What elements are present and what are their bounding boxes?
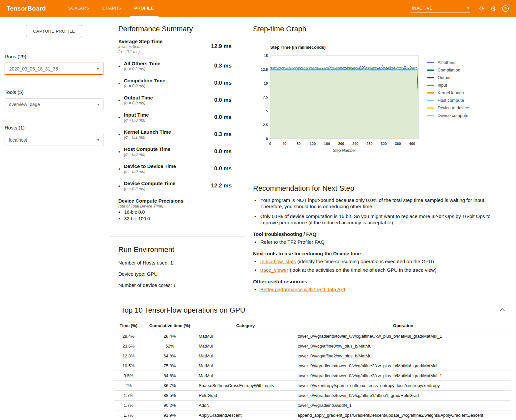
cumulative-percent-cell: 90.2% [143, 401, 196, 410]
resource-link[interactable]: Better performance with the tf.data API [260, 287, 345, 292]
bullet-icon: • [118, 115, 124, 120]
svg-text:240: 240 [352, 142, 358, 146]
legend-label: Device compute [438, 113, 468, 118]
top-ops-section: Top 10 TensorFlow operations on GPU Time… [110, 299, 516, 420]
legend-item: Device compute [427, 113, 469, 118]
perf-item-row: • Host Compute Time (σ = 0.0 ms) 0.0 ms [118, 146, 232, 157]
chevron-down-icon: ▾ [97, 138, 99, 142]
operation-cell: tower_0/v/gradients/tower_0/v/cg/affine0… [295, 331, 511, 341]
refresh-icon[interactable]: ⟳ [477, 4, 487, 14]
legend-item: Output [427, 75, 469, 80]
precision-item: • 32-bit: 100.0 [118, 215, 232, 222]
recommendation-title: Recommendation for Next Step [253, 184, 502, 193]
legend-swatch [427, 100, 434, 101]
avg-step-time-note: lower is better [118, 44, 211, 49]
recommendation-section: Recommendation for Next Step Your progra… [245, 177, 516, 295]
perf-item-row: • Kernel Launch Time (σ = 0.1 ms) 0.3 ms [118, 129, 232, 140]
resources-heading: Other useful resources [253, 279, 502, 284]
svg-text:2.5: 2.5 [263, 123, 268, 127]
app-title: TensorBoard [7, 5, 46, 12]
svg-text:120: 120 [310, 142, 316, 146]
help-icon[interactable]: ? [502, 5, 509, 12]
bullet-icon: • [118, 183, 124, 189]
next-tools-list: tensorflow_stats (identify the time-cons… [253, 258, 502, 273]
chevron-down-icon: ▾ [467, 6, 469, 10]
legend-label: Device to device [438, 105, 469, 110]
nav-tab[interactable]: GRAPHS [98, 0, 126, 17]
recommendation-bullets: Your program is NOT input-bound because … [253, 197, 502, 226]
table-column-header: Category [196, 320, 295, 331]
cumulative-percent-cell: 88.5% [143, 391, 196, 401]
legend-swatch [427, 107, 434, 109]
perf-item-value: 0.0 ms [214, 114, 232, 121]
precisions-list: • 16-bit: 0.0 • 32-bit: 100.0 [118, 209, 232, 222]
run-environment-lines: Number of Hosts used: 1 Device type: GPU… [118, 260, 237, 288]
sidebar: CAPTURE PROFILE Runs (29) 2020_03_05_18_… [0, 17, 110, 420]
perf-item-value: 0.3 ms [214, 63, 232, 69]
perf-item-sigma: (σ = 0.0 ms) [124, 84, 214, 89]
time-percent-cell: 28.4% [114, 331, 143, 341]
tool-link[interactable]: tensorflow_stats [260, 259, 296, 264]
category-cell: AddN [196, 401, 295, 410]
perf-item-row: • All Others Time (σ = 0.2 ms) 0.3 ms [118, 60, 232, 71]
legend-item: Kernel launch [427, 90, 469, 95]
hosts-select[interactable]: localhost ▾ [5, 134, 103, 146]
tool-link[interactable]: trace_viewer [260, 267, 288, 273]
time-percent-cell: 23.6% [114, 341, 143, 351]
bullet-icon: • [118, 63, 124, 69]
perf-item-label: Host Compute Time [124, 146, 214, 152]
operation-cell: tower_0/v/gradients/tower_0/v/cg/affine2… [295, 361, 511, 371]
table-row: 10.5% 75.3% MatMul tower_0/v/gradients/t… [114, 361, 511, 371]
nav-tab[interactable]: SCALARS [64, 0, 94, 17]
faq-list: Refer to the TF2 Profiler FAQ [253, 239, 502, 245]
precisions-note: (out of Total Device Time) [118, 204, 232, 209]
perf-item-label: Device Compute Time [124, 180, 211, 186]
tools-select[interactable]: overview_page ▾ [5, 98, 103, 110]
legend-item: Compilation [427, 68, 469, 72]
table-row: 1.7% 90.2% AddN tower_0/v/gradients/AddN… [114, 401, 511, 410]
table-row: 1.7% 88.5% ReluGrad tower_0/v/gradients/… [114, 391, 511, 401]
reload-mode-value: INACTIVE [412, 6, 433, 11]
step-time-chart: 02.557.51012.515040801201602002402803203… [253, 52, 422, 154]
hosts-label: Hosts (1) [5, 125, 103, 130]
collapse-chevron-icon[interactable] [500, 308, 505, 314]
time-percent-cell: 1.7% [114, 391, 143, 401]
bullet-icon: • [118, 98, 124, 103]
category-cell: MatMul [196, 341, 295, 351]
runs-select[interactable]: 2020_03_05_18_31_35 ▾ [5, 63, 103, 75]
perf-item-sigma: (σ = 0.1 ms) [124, 135, 214, 140]
bullet-icon: • [119, 215, 124, 222]
resource-item: Better performance with the tf.data API [253, 286, 502, 293]
svg-text:Step Number: Step Number [333, 148, 357, 153]
top-ops-title: Top 10 TensorFlow operations on GPU [121, 306, 245, 315]
table-row: 1.7% 91.9% ApplyGradientDescent append_a… [114, 410, 511, 420]
bullet-icon: • [119, 209, 124, 215]
legend-item: Input [427, 83, 469, 88]
svg-text:0: 0 [266, 137, 268, 141]
avg-step-time-value: 12.9 ms [211, 43, 232, 50]
operation-cell: tower_0/v/gradients/tower_0/v/cg/affine2… [295, 371, 511, 381]
main-content: Performance Summary Average Step Time lo… [110, 17, 516, 420]
settings-gear-icon[interactable]: ⚙ [488, 4, 498, 14]
perf-item-value: 0.3 ms [214, 131, 232, 138]
category-cell: SparseSoftmaxCrossEntropyWithLogits [196, 381, 295, 391]
legend-label: Input [438, 83, 447, 88]
chart-legend: All others Compilation [427, 45, 469, 155]
avg-step-time-sigma: (σ = 0.1 ms) [118, 49, 211, 54]
table-header-row: Time (%) Cumulative time (%) Category Op… [114, 320, 511, 331]
nav-tab[interactable]: PROFILE [130, 0, 158, 17]
environment-line: Device type: GPU [118, 271, 237, 277]
svg-text:360: 360 [395, 142, 401, 146]
perf-item-row: • Device Compute Time (σ = 0.2 ms) 12.2 … [118, 180, 232, 191]
svg-text:400: 400 [409, 142, 415, 146]
perf-item-label: Compilation Time [124, 77, 214, 84]
runs-select-value: 2020_03_05_18_31_35 [9, 66, 58, 71]
capture-profile-button[interactable]: CAPTURE PROFILE [26, 25, 82, 37]
precision-value: 32-bit: 100.0 [124, 215, 150, 222]
perf-item-sigma: (σ = 0.0 ms) [124, 169, 214, 174]
operation-cell: tower_0/v/gradients/AddN_1 [295, 401, 511, 410]
reload-mode-select[interactable]: INACTIVE ▾ [411, 4, 470, 13]
legend-item: Host compute [427, 98, 469, 103]
bullet-icon: • [118, 80, 124, 86]
table-column-header: Time (%) [114, 320, 143, 331]
